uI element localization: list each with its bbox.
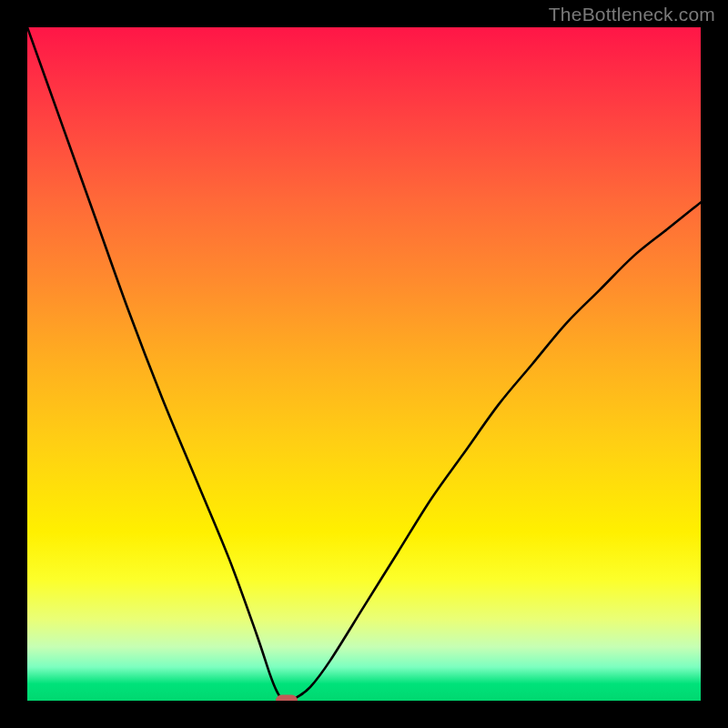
chart-frame: TheBottleneck.com bbox=[0, 0, 728, 728]
bottleneck-curve bbox=[27, 27, 701, 701]
watermark-text: TheBottleneck.com bbox=[549, 4, 715, 25]
optimal-marker bbox=[276, 695, 298, 702]
plot-area bbox=[27, 27, 701, 701]
bottleneck-curve-svg bbox=[27, 27, 701, 701]
